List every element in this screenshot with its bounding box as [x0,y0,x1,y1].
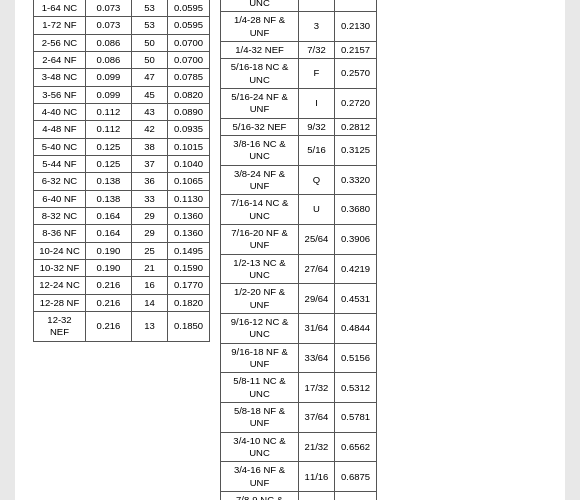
table-cell: 43 [132,103,168,120]
table-cell: 12-24 NC [34,277,86,294]
table-row: 10-32 NF0.190210.1590 [34,259,210,276]
table-cell: 17/32 [299,373,335,403]
table-cell: 5/16-32 NEF [221,118,299,135]
table-cell: 0.6875 [335,462,377,492]
table-cell: I [299,88,335,118]
table-cell: 7 [299,0,335,12]
table-cell: 0.0890 [168,103,210,120]
table-cell: 37/64 [299,403,335,433]
table-cell: 29 [132,225,168,242]
table-row: 8-32 NC0.164290.1360 [34,207,210,224]
table-cell: 1/2-20 NF & UNF [221,284,299,314]
tables-container: ThreadSizeThreadDiam.TapDrillDrillDiam. … [33,0,547,500]
table-cell: 0.1850 [168,312,210,342]
table-cell: 11/16 [299,462,335,492]
table-row: 5-40 NC0.125380.1015 [34,138,210,155]
table-cell: 0.099 [86,86,132,103]
table-cell: 14 [132,294,168,311]
table-cell: 0.0595 [168,0,210,17]
table-row: 5/8-18 NF & UNF37/640.5781 [221,403,377,433]
table-cell: 0.1015 [168,138,210,155]
table-cell: 0.5781 [335,403,377,433]
table-cell: 21/32 [299,432,335,462]
table-cell: 27/64 [299,254,335,284]
table-row: 5/16-18 NC & UNCF0.2570 [221,59,377,89]
table-cell: 0.1360 [168,207,210,224]
table-cell: 0.190 [86,242,132,259]
table-cell: 3/4-10 NC & UNC [221,432,299,462]
table-cell: 5/16-24 NF & UNF [221,88,299,118]
table-cell: 25/64 [299,224,335,254]
table-row: 6-32 NC0.138360.1065 [34,173,210,190]
table-cell: 1-72 NF [34,17,86,34]
table-row: 12-28 NF0.216140.1820 [34,294,210,311]
right-table: ThreadSizeTapDrillDrillDiam. 1/4-20 NC &… [220,0,377,500]
table-row: 3/8-24 NF & UNFQ0.3320 [221,165,377,195]
table-cell: 29/64 [299,284,335,314]
table-cell: 0.5312 [335,373,377,403]
table-cell: 5-44 NF [34,155,86,172]
table-cell: 0.1590 [168,259,210,276]
table-cell: 0.0595 [168,17,210,34]
table-row: 12-24 NC0.216160.1770 [34,277,210,294]
table-cell: 5/16 [299,135,335,165]
table-cell: 4-40 NC [34,103,86,120]
table-cell: 25 [132,242,168,259]
table-row: 7/16-14 NC & UNCU0.3680 [221,195,377,225]
table-row: 10-24 NC0.190250.1495 [34,242,210,259]
table-cell: 21 [132,259,168,276]
table-row: 3-48 NC0.099470.0785 [34,69,210,86]
table-row: 5/8-11 NC & UNC17/320.5312 [221,373,377,403]
table-cell: 0.1495 [168,242,210,259]
table-row: 9/16-12 NC & UNC31/640.4844 [221,314,377,344]
table-row: 1-64 NC0.073530.0595 [34,0,210,17]
table-cell: 47 [132,69,168,86]
table-cell: 0.190 [86,259,132,276]
table-cell: 0.112 [86,121,132,138]
table-cell: 0.4219 [335,254,377,284]
table-cell: 36 [132,173,168,190]
table-row: 6-40 NF0.138330.1130 [34,190,210,207]
table-cell: 0.099 [86,69,132,86]
table-cell: 2-64 NF [34,51,86,68]
table-cell: 7/16-20 NF & UNF [221,224,299,254]
table-cell: 53 [132,0,168,17]
table-cell: 0.2157 [335,41,377,58]
table-cell: 8-32 NC [34,207,86,224]
table-cell: 0.0700 [168,34,210,51]
table-row: 3-56 NF0.099450.0820 [34,86,210,103]
table-cell: 12-32 NEF [34,312,86,342]
table-cell: 0.216 [86,277,132,294]
table-cell: 38 [132,138,168,155]
table-cell: 42 [132,121,168,138]
table-cell: 0.0820 [168,86,210,103]
table-cell: 1/4-20 NC & UNC [221,0,299,12]
table-cell: 0.216 [86,294,132,311]
table-cell: 8-36 NF [34,225,86,242]
table-cell: 9/16-18 NF & UNF [221,343,299,373]
table-row: 2-64 NF0.086500.0700 [34,51,210,68]
table-cell: 0.125 [86,138,132,155]
table-cell: 7/16-14 NC & UNC [221,195,299,225]
table-cell: 0.138 [86,173,132,190]
table-cell: 0.216 [86,312,132,342]
table-row: 1/4-20 NC & UNC70.2010 [221,0,377,12]
table-row: 1/2-13 NC & UNC27/640.4219 [221,254,377,284]
table-row: 7/16-20 NF & UNF25/640.3906 [221,224,377,254]
table-cell: 49/64 [299,492,335,500]
table-cell: 0.2570 [335,59,377,89]
table-cell: 0.138 [86,190,132,207]
table-cell: 50 [132,51,168,68]
table-cell: 10-24 NC [34,242,86,259]
table-cell: 0.0935 [168,121,210,138]
table-cell: 0.3906 [335,224,377,254]
table-cell: 7/32 [299,41,335,58]
table-cell: 0.2720 [335,88,377,118]
table-cell: 45 [132,86,168,103]
table-cell: 0.1040 [168,155,210,172]
table-cell: 3-48 NC [34,69,86,86]
table-cell: 0.164 [86,225,132,242]
table-row: 1/4-32 NEF7/320.2157 [221,41,377,58]
table-cell: 0.5156 [335,343,377,373]
table-cell: 37 [132,155,168,172]
